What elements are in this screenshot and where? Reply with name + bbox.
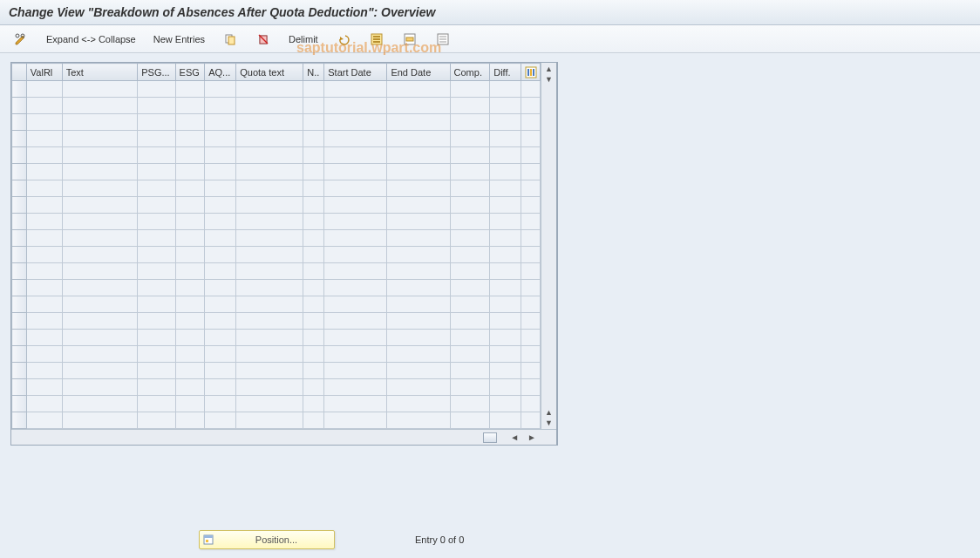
table-cell[interactable]: [303, 280, 324, 296]
table-cell[interactable]: [387, 81, 450, 98]
table-cell[interactable]: [303, 164, 324, 180]
table-cell[interactable]: [26, 230, 62, 247]
table-row[interactable]: [12, 230, 541, 247]
table-cell[interactable]: [303, 330, 324, 346]
table-cell[interactable]: [490, 412, 521, 429]
table-cell[interactable]: [205, 313, 236, 330]
table-cell[interactable]: [205, 214, 236, 230]
table-cell[interactable]: [175, 379, 205, 396]
table-cell[interactable]: [490, 114, 521, 131]
table-cell[interactable]: [387, 313, 450, 330]
table-cell[interactable]: [490, 197, 521, 214]
table-cell[interactable]: [62, 313, 138, 330]
table-cell[interactable]: [303, 247, 324, 263]
table-cell[interactable]: [138, 214, 175, 230]
table-cell[interactable]: [205, 379, 236, 396]
table-cell[interactable]: [62, 81, 138, 98]
table-cell[interactable]: [26, 313, 62, 330]
table-cell[interactable]: [236, 313, 303, 330]
position-button[interactable]: Position...: [199, 530, 335, 549]
row-selector[interactable]: [12, 296, 27, 313]
select-block-button[interactable]: [396, 30, 424, 49]
table-cell[interactable]: [450, 114, 490, 131]
table-row[interactable]: [12, 214, 541, 230]
row-selector-header[interactable]: [12, 64, 27, 81]
table-cell[interactable]: [387, 330, 450, 346]
table-cell[interactable]: [205, 197, 236, 214]
row-selector[interactable]: [12, 147, 27, 164]
table-row[interactable]: [12, 147, 541, 164]
table-cell[interactable]: [303, 412, 324, 429]
table-row[interactable]: [12, 263, 541, 280]
table-cell[interactable]: [205, 147, 236, 164]
table-cell[interactable]: [138, 98, 175, 114]
table-cell[interactable]: [303, 346, 324, 363]
table-cell[interactable]: [303, 296, 324, 313]
row-selector[interactable]: [12, 396, 27, 412]
table-cell[interactable]: [236, 180, 303, 197]
row-selector[interactable]: [12, 98, 27, 114]
table-cell[interactable]: [324, 197, 387, 214]
table-cell[interactable]: [26, 379, 62, 396]
table-cell[interactable]: [450, 346, 490, 363]
table-cell[interactable]: [324, 131, 387, 147]
table-cell[interactable]: [62, 230, 138, 247]
column-header[interactable]: Diff.: [490, 64, 521, 81]
table-cell[interactable]: [175, 346, 205, 363]
table-cell[interactable]: [26, 330, 62, 346]
table-cell[interactable]: [138, 197, 175, 214]
table-cell[interactable]: [387, 98, 450, 114]
row-selector[interactable]: [12, 263, 27, 280]
table-cell[interactable]: [138, 330, 175, 346]
toggle-edit-button[interactable]: [7, 30, 35, 49]
table-cell[interactable]: [387, 180, 450, 197]
table-cell[interactable]: [236, 396, 303, 412]
row-selector[interactable]: [12, 81, 27, 98]
table-cell[interactable]: [387, 363, 450, 379]
table-row[interactable]: [12, 296, 541, 313]
table-cell[interactable]: [490, 379, 521, 396]
row-selector[interactable]: [12, 114, 27, 131]
row-selector[interactable]: [12, 363, 27, 379]
table-cell[interactable]: [490, 164, 521, 180]
table-cell[interactable]: [490, 296, 521, 313]
table-row[interactable]: [12, 98, 541, 114]
table-cell[interactable]: [324, 147, 387, 164]
table-cell[interactable]: [324, 81, 387, 98]
table-cell[interactable]: [490, 330, 521, 346]
table-row[interactable]: [12, 346, 541, 363]
table-cell[interactable]: [450, 313, 490, 330]
table-cell[interactable]: [62, 131, 138, 147]
table-cell[interactable]: [450, 296, 490, 313]
column-header[interactable]: Comp.: [450, 64, 490, 81]
table-cell[interactable]: [450, 280, 490, 296]
table-cell[interactable]: [138, 412, 175, 429]
row-selector[interactable]: [12, 214, 27, 230]
delete-button[interactable]: [249, 30, 277, 49]
table-cell[interactable]: [26, 81, 62, 98]
table-cell[interactable]: [205, 230, 236, 247]
table-cell[interactable]: [62, 180, 138, 197]
table-cell[interactable]: [138, 164, 175, 180]
table-cell[interactable]: [236, 214, 303, 230]
column-header[interactable]: Start Date: [324, 64, 387, 81]
table-cell[interactable]: [26, 247, 62, 263]
table-cell[interactable]: [138, 180, 175, 197]
table-row[interactable]: [12, 131, 541, 147]
table-cell[interactable]: [138, 396, 175, 412]
table-cell[interactable]: [387, 379, 450, 396]
table-cell[interactable]: [26, 263, 62, 280]
table-config-button[interactable]: [521, 64, 541, 81]
table-cell[interactable]: [62, 164, 138, 180]
table-row[interactable]: [12, 280, 541, 296]
table-cell[interactable]: [175, 230, 205, 247]
column-header[interactable]: PSG...: [138, 64, 175, 81]
table-cell[interactable]: [138, 230, 175, 247]
table-cell[interactable]: [175, 98, 205, 114]
horizontal-scrollbar[interactable]: ◄ ►: [11, 429, 556, 445]
table-cell[interactable]: [303, 147, 324, 164]
table-cell[interactable]: [490, 81, 521, 98]
table-cell[interactable]: [62, 363, 138, 379]
table-cell[interactable]: [324, 114, 387, 131]
table-cell[interactable]: [26, 214, 62, 230]
